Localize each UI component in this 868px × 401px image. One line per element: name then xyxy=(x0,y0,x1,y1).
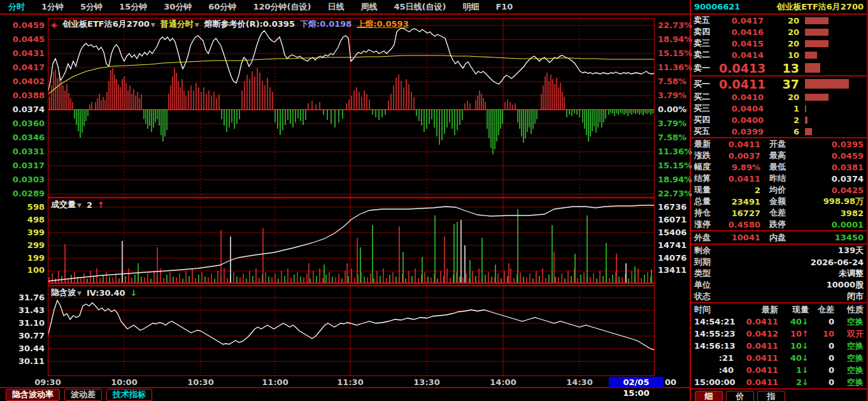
right-panel: 90006621 创业板ETF沽6月2700 卖五0.041720卖四0.041… xyxy=(690,0,868,401)
trade-row[interactable]: 15:00:000.04112↓0空换 xyxy=(691,376,867,388)
level-bar xyxy=(805,105,806,112)
percent-axis-label: 22.73% xyxy=(658,189,692,198)
quote-label: 均价 xyxy=(769,184,793,196)
open-interest-axis-label: 16736 xyxy=(658,202,687,212)
tab-volatility-diff[interactable]: 波动差 xyxy=(64,389,102,401)
quote-value: 13450 xyxy=(793,233,864,242)
up-arrow-icon: ↑ xyxy=(97,200,104,210)
price-axis-label: 0.0317 xyxy=(0,161,45,170)
ask-row[interactable]: 卖二0.041410 xyxy=(691,49,867,61)
col-header: 现量 xyxy=(778,304,809,316)
iv-axis-label: 30.11 xyxy=(0,356,45,366)
quote-value: 0.4580 xyxy=(718,220,760,230)
bid-row[interactable]: 买三0.04041 xyxy=(691,103,867,114)
level-quantity: 20 xyxy=(764,92,799,102)
ask-row[interactable]: 卖四0.041620 xyxy=(691,26,867,38)
iv-axis-label: 31.10 xyxy=(0,318,45,328)
contract-info-row: 到期2026-06-24 xyxy=(691,256,867,268)
menu-item-120min-custom[interactable]: 120分钟(自设) xyxy=(245,1,319,13)
bid-row[interactable]: 买四0.04002 xyxy=(691,114,867,126)
tab-tech-indicators[interactable]: 技术指标 xyxy=(106,389,152,401)
level-label: 卖二 xyxy=(694,49,719,61)
ask-row[interactable]: 卖五0.041720 xyxy=(691,15,867,26)
tab-index[interactable]: 指 xyxy=(757,391,785,401)
date-time-highlight: 02/05 15:00 xyxy=(609,377,664,388)
price-axis-label: 0.0445 xyxy=(0,34,45,44)
menu-item-1min[interactable]: 1分钟 xyxy=(33,1,72,13)
quote-label: 最新 xyxy=(694,138,718,150)
trade-row[interactable]: :210.041140↓0空换 xyxy=(691,352,867,364)
level-label: 卖一 xyxy=(694,62,719,74)
trade-time: :40 xyxy=(694,365,734,375)
quote-row: 幅度9.89%最低0.0381 xyxy=(691,161,867,173)
volume-last-value: 2 xyxy=(87,200,92,210)
mode-selector[interactable]: 普通分时▼ xyxy=(160,18,199,30)
percent-axis-label: 18.94% xyxy=(658,34,692,44)
open-interest-axis-label: 14741 xyxy=(658,240,687,250)
ask-row[interactable]: 卖一0.041313 xyxy=(691,61,867,75)
iv-indicator-selector[interactable]: 隐含波▼ xyxy=(51,287,82,298)
menu-item-daily[interactable]: 日线 xyxy=(319,1,352,13)
time-axis-label: 09:30 xyxy=(27,377,68,387)
quote-label: 幅度 xyxy=(694,161,718,173)
menu-item-45day-custom[interactable]: 45日线(自设) xyxy=(385,1,454,13)
quote-row: 涨停0.4580跌停0.0001 xyxy=(691,219,867,230)
tab-implied-volatility[interactable]: 隐含波动率 xyxy=(6,389,60,401)
menu-item-detail[interactable]: 明细 xyxy=(454,1,487,13)
main-chart-svg[interactable] xyxy=(48,18,655,198)
quote-row: 持仓16727仓差3982 xyxy=(691,207,867,219)
menu-item-5min[interactable]: 5分钟 xyxy=(72,1,111,13)
info-value: 10000股 xyxy=(723,279,864,291)
iv-pane-svg[interactable] xyxy=(48,286,655,376)
info-label: 到期 xyxy=(694,256,723,268)
bid-row[interactable]: 买二0.041020 xyxy=(691,91,867,103)
level-label: 买五 xyxy=(694,126,719,137)
bid-row[interactable]: 买五0.03996 xyxy=(691,126,867,137)
level-bar xyxy=(805,40,829,47)
menu-item-30min[interactable]: 30分钟 xyxy=(155,1,200,13)
level-quantity: 2 xyxy=(764,115,799,125)
instrument-selector[interactable]: 创业板ETF沽6月2700▼ xyxy=(62,18,155,30)
menu-item-weekly[interactable]: 周线 xyxy=(352,1,385,13)
trade-row[interactable]: :400.04111↓0空换 xyxy=(691,364,867,376)
quote-value: 0.0374 xyxy=(793,174,864,184)
trade-row[interactable]: 14:56:130.041110↓0空换 xyxy=(691,340,867,352)
tab-detail[interactable]: 细 xyxy=(695,391,723,401)
trade-volume: 10↓ xyxy=(778,341,809,351)
trade-row[interactable]: 14:55:230.041210↑10双开 xyxy=(691,328,867,340)
menu-item-f10[interactable]: F10 xyxy=(487,2,521,11)
quote-value: 9.89% xyxy=(718,163,760,172)
level-label: 买二 xyxy=(694,91,719,103)
tab-price[interactable]: 价 xyxy=(726,391,754,401)
quote-value: 0.0411 xyxy=(718,174,760,184)
time-axis-label: 11:00 xyxy=(255,377,295,387)
volume-pane-svg[interactable] xyxy=(48,198,655,286)
ask-row[interactable]: 卖三0.041520 xyxy=(691,38,867,49)
volume-axis-label: 199 xyxy=(0,253,45,263)
level-quantity: 1 xyxy=(764,104,799,113)
instrument-code: 90006621 xyxy=(694,2,740,11)
level-price: 0.0417 xyxy=(719,16,764,26)
trade-row[interactable]: 14:54:210.041140↓0空换 xyxy=(691,316,867,328)
quote-value: 0.0459 xyxy=(793,151,864,161)
iv-axis-label: 30.44 xyxy=(0,344,45,353)
level-bar xyxy=(805,128,812,135)
level-bar-wrap xyxy=(799,117,867,124)
quote-label: 涨停 xyxy=(694,219,718,230)
menu-item-60min[interactable]: 60分钟 xyxy=(200,1,245,13)
level-bar-wrap xyxy=(799,105,867,112)
trade-price: 0.0412 xyxy=(734,329,778,339)
level-price: 0.0404 xyxy=(719,104,764,113)
col-header: 性质 xyxy=(834,304,864,316)
time-axis-label: 10:00 xyxy=(104,377,145,387)
menu-item-15min[interactable]: 15分钟 xyxy=(111,1,155,13)
volume-indicator-selector[interactable]: 成交量▼ xyxy=(51,199,82,210)
bid-row[interactable]: 买一0.041137 xyxy=(691,77,867,91)
menu-item-fenshi[interactable]: 分时 xyxy=(0,1,33,13)
quote-value: 0.0001 xyxy=(793,220,864,230)
level-bar xyxy=(805,79,849,89)
iv-axis-label: 30.77 xyxy=(0,331,45,340)
quote-row: 现量2均价0.0425 xyxy=(691,184,867,196)
level-quantity: 37 xyxy=(764,77,799,91)
down-arrow-icon: ↓ xyxy=(131,288,138,298)
